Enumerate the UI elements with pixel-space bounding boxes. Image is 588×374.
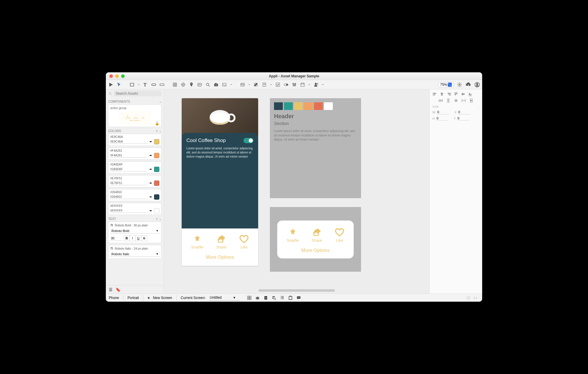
color-row[interactable]: #E76F51 ✒︎	[108, 175, 161, 187]
snarfle-action[interactable]: Snarfle	[287, 228, 299, 243]
lock-icon[interactable]: 🔓	[155, 121, 159, 126]
play-icon[interactable]	[108, 82, 113, 87]
button-icon[interactable]	[151, 82, 156, 87]
collapse-icon[interactable]: ⌄	[477, 105, 480, 108]
table-icon[interactable]	[172, 82, 178, 87]
add-screen-icon[interactable]: +	[147, 295, 150, 300]
orientation-label[interactable]: Portrait	[128, 296, 139, 300]
italic-button[interactable]: I	[130, 235, 136, 241]
eyedropper-icon[interactable]: ✒︎	[149, 195, 152, 199]
db-search-icon[interactable]	[272, 295, 276, 300]
color-hex-input[interactable]	[110, 209, 148, 213]
snarfle-action[interactable]: Snarfle	[191, 234, 203, 249]
list-view-icon[interactable]: ☰	[109, 287, 113, 292]
more-options[interactable]: More Options	[185, 255, 255, 260]
globe-icon[interactable]	[181, 82, 186, 87]
color-row[interactable]: #E9C46A ✒︎	[108, 134, 161, 146]
color-hex-input[interactable]	[110, 181, 148, 185]
color-swatch[interactable]	[154, 208, 159, 213]
calendar-icon[interactable]	[300, 82, 305, 87]
color-hex-input[interactable]	[110, 140, 148, 144]
height-input[interactable]	[437, 116, 448, 121]
zoom-selector[interactable]: 75% ⌃⌄	[438, 82, 454, 87]
input-icon[interactable]	[159, 82, 165, 87]
rectangle-icon[interactable]	[129, 82, 135, 87]
align-right-icon[interactable]	[447, 92, 451, 96]
add-color-icon[interactable]: +	[156, 129, 158, 133]
color-row[interactable]: #FFFFFF ✒︎	[108, 203, 161, 215]
bug-icon[interactable]	[255, 295, 260, 300]
block-icon[interactable]	[466, 296, 470, 300]
new-screen-button[interactable]: New Screen	[153, 296, 172, 300]
artboard-styleguide[interactable]: Header Section Lorem ipsum dolor sit ame…	[270, 98, 361, 198]
outline-icon[interactable]	[280, 295, 285, 300]
image-icon[interactable]	[197, 82, 202, 87]
font-size-input[interactable]	[110, 236, 122, 241]
pointer-icon[interactable]	[116, 82, 122, 87]
bold-button[interactable]: B	[124, 235, 130, 241]
list-icon[interactable]	[240, 82, 245, 87]
chevron-down-icon[interactable]	[270, 82, 272, 87]
device-label[interactable]: Phone	[109, 296, 119, 300]
edit-icon[interactable]	[253, 82, 259, 87]
bookmark-icon[interactable]: 🔖	[116, 287, 121, 292]
text-style-card[interactable]: Tt Roboto Italic - 24 px plain Roboto It…	[108, 245, 161, 259]
y-input[interactable]	[457, 116, 469, 121]
clipboard-icon[interactable]	[288, 295, 293, 300]
account-icon[interactable]	[475, 82, 480, 87]
align-center-h-icon[interactable]	[440, 92, 444, 96]
center-icon[interactable]	[454, 98, 458, 103]
eyedropper-icon[interactable]: ✒︎	[149, 167, 152, 171]
horizontal-scrollbar[interactable]	[258, 289, 335, 292]
search-icon[interactable]	[205, 82, 211, 87]
artboard-actiongroup[interactable]: Snarfle Share Like More Options	[270, 207, 361, 272]
collapse-icon[interactable]: ⌄	[159, 217, 161, 221]
cloud-upload-icon[interactable]	[466, 82, 471, 87]
collapse-icon[interactable]: ⌄	[159, 129, 161, 133]
canvas[interactable]: Cool Coffee Shop Lorem ipsum dolor sit a…	[164, 89, 429, 293]
text-icon[interactable]: T	[143, 82, 148, 87]
font-selector[interactable]: Roboto Italic▾	[110, 251, 159, 257]
distribute-v-icon[interactable]	[446, 98, 451, 103]
x-input[interactable]	[458, 110, 470, 114]
color-swatch[interactable]	[154, 153, 159, 158]
share-action[interactable]: Share	[216, 234, 226, 249]
current-screen-selector[interactable]: Untitled▾	[208, 295, 240, 300]
eyedropper-icon[interactable]: ✒︎	[149, 209, 152, 213]
strike-button[interactable]: S	[141, 235, 147, 241]
chevron-down-icon[interactable]	[230, 82, 232, 87]
color-swatch[interactable]	[154, 167, 159, 172]
code-icon[interactable]	[473, 296, 477, 300]
search-input[interactable]	[114, 91, 161, 96]
color-swatch[interactable]	[154, 194, 159, 200]
camera-icon[interactable]	[213, 82, 219, 87]
eyedropper-icon[interactable]: ✒︎	[149, 153, 152, 158]
color-hex-input[interactable]	[110, 153, 148, 158]
eyedropper-icon[interactable]: ✒︎	[149, 140, 152, 144]
toggle-switch[interactable]	[243, 138, 253, 143]
add-text-icon[interactable]: +	[156, 217, 158, 221]
width-input[interactable]	[437, 110, 449, 114]
pin-icon[interactable]	[189, 82, 194, 87]
color-hex-input[interactable]	[110, 195, 148, 199]
font-selector[interactable]: Roboto Bold▾	[110, 228, 159, 233]
screen-coffee[interactable]: Cool Coffee Shop Lorem ipsum dolor sit a…	[182, 98, 258, 266]
gear-icon[interactable]	[457, 82, 462, 87]
chevron-down-icon[interactable]	[138, 82, 140, 87]
gallery-icon[interactable]	[222, 82, 227, 87]
color-swatch[interactable]	[154, 181, 159, 186]
color-row[interactable]: #264653 ✒︎	[108, 189, 161, 201]
database-icon[interactable]	[263, 295, 268, 300]
form-icon[interactable]	[262, 82, 267, 87]
share-action[interactable]: Share	[312, 228, 322, 243]
spacing-v-icon[interactable]	[469, 98, 474, 103]
color-hex-input[interactable]	[110, 167, 148, 171]
more-options[interactable]: More Options	[280, 248, 351, 253]
text-style-card[interactable]: Tt Roboto Bold - 30 px plain Roboto Bold…	[108, 222, 161, 243]
chevron-down-icon[interactable]	[248, 82, 250, 87]
sliders-icon[interactable]	[292, 82, 297, 87]
eyedropper-icon[interactable]: ✒︎	[149, 181, 152, 185]
color-swatch[interactable]	[154, 139, 159, 144]
chevron-down-icon[interactable]	[322, 82, 324, 87]
collapse-icon[interactable]: ⌄	[159, 100, 161, 103]
